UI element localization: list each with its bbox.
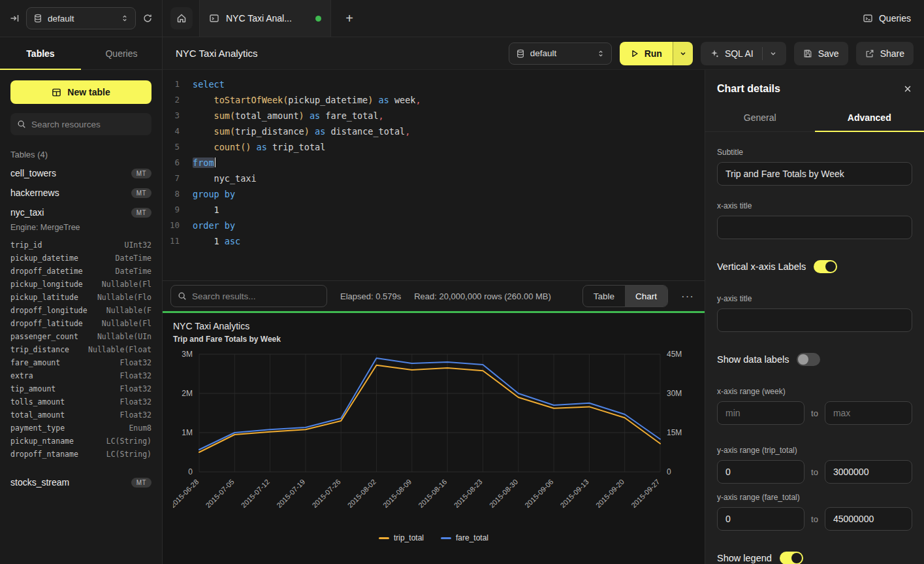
x-range-max-input[interactable] bbox=[825, 401, 912, 425]
chart-legend: trip_totalfare_total bbox=[173, 533, 694, 542]
collapse-sidebar-icon[interactable] bbox=[9, 13, 20, 24]
home-icon bbox=[176, 13, 187, 24]
query-workspace: 1select2 toStartOfWeek(pickup_datetime) … bbox=[163, 70, 705, 564]
close-icon[interactable] bbox=[903, 84, 912, 93]
y-range-trip-min-input[interactable] bbox=[717, 460, 805, 484]
column-row-pickup_ntaname: pickup_ntanameLC(String) bbox=[10, 435, 151, 448]
sparkle-icon bbox=[710, 49, 719, 58]
show-data-labels-row: Show data labels bbox=[717, 353, 912, 366]
y-range-trip-max-input[interactable] bbox=[825, 460, 912, 484]
new-tab-button[interactable]: + bbox=[338, 7, 361, 30]
sql-ai-dropdown-button[interactable] bbox=[762, 47, 777, 60]
y-axis-title-input[interactable] bbox=[717, 308, 912, 332]
x-range-min-input[interactable] bbox=[717, 401, 805, 425]
svg-text:0: 0 bbox=[667, 467, 671, 476]
x-axis-title-input[interactable] bbox=[717, 216, 912, 239]
range-to-label: to bbox=[811, 514, 818, 524]
tab-general[interactable]: General bbox=[705, 105, 815, 131]
x-axis-label: 2015-07-05 bbox=[204, 478, 235, 509]
code-line-10: 10order by bbox=[163, 218, 705, 233]
tables-section-label: Tables (4) bbox=[10, 150, 151, 159]
panel-header: Chart details bbox=[705, 70, 924, 105]
x-axis-label: 2015-08-30 bbox=[488, 478, 519, 509]
show-legend-label: Show legend bbox=[717, 553, 772, 563]
column-type: Enum8 bbox=[129, 422, 151, 435]
tab-advanced[interactable]: Advanced bbox=[815, 105, 924, 131]
search-icon bbox=[178, 291, 187, 301]
header-database-value: default bbox=[530, 48, 592, 58]
code-text: sum(trip_distance) as distance_total, bbox=[193, 124, 410, 139]
toggle-knob bbox=[825, 261, 836, 272]
show-data-labels-toggle[interactable] bbox=[797, 353, 820, 366]
share-button-label: Share bbox=[880, 48, 904, 59]
show-legend-toggle[interactable] bbox=[780, 552, 803, 564]
x-axis-label: 2015-09-06 bbox=[523, 478, 554, 509]
column-type: Float32 bbox=[120, 356, 151, 369]
run-dropdown-button[interactable] bbox=[673, 42, 693, 65]
tab-nyc-taxi-analytics[interactable]: NYC Taxi Anal... bbox=[199, 0, 331, 37]
column-name: passenger_count bbox=[10, 330, 78, 343]
vertical-x-labels-toggle[interactable] bbox=[814, 260, 837, 273]
results-toolbar: Elapsed: 0.579s Read: 20,000,000 rows (2… bbox=[163, 280, 705, 311]
column-name: dropoff_longitude bbox=[10, 304, 88, 317]
new-table-button[interactable]: New table bbox=[10, 80, 151, 104]
sql-ai-label: SQL AI bbox=[725, 48, 754, 59]
legend-item-fare_total[interactable]: fare_total bbox=[441, 533, 488, 542]
line-number: 11 bbox=[163, 233, 193, 249]
view-chart-button[interactable]: Chart bbox=[625, 286, 667, 307]
code-text: order by bbox=[193, 218, 235, 233]
code-line-11: 11 1 asc bbox=[163, 233, 705, 249]
results-search-input[interactable] bbox=[192, 291, 320, 301]
sql-editor[interactable]: 1select2 toStartOfWeek(pickup_datetime) … bbox=[163, 70, 705, 280]
tables-list: cell_towersMThackernewsMTnyc_taxiMTEngin… bbox=[0, 163, 162, 492]
view-table-button[interactable]: Table bbox=[583, 286, 625, 307]
subtitle-input[interactable] bbox=[717, 162, 912, 186]
legend-item-trip_total[interactable]: trip_total bbox=[379, 533, 424, 542]
results-search bbox=[170, 285, 327, 307]
refresh-icon[interactable] bbox=[142, 13, 153, 24]
sidebar-search-input[interactable] bbox=[31, 120, 145, 129]
share-button[interactable]: Share bbox=[856, 42, 914, 65]
chart-panel: NYC Taxi Analytics Trip and Fare Totals … bbox=[163, 313, 705, 564]
more-options-icon[interactable]: ··· bbox=[681, 291, 694, 302]
line-number: 2 bbox=[163, 92, 193, 108]
run-button[interactable]: Run bbox=[620, 42, 693, 65]
home-button[interactable] bbox=[170, 7, 193, 29]
code-text: sum(total_amount) as fare_total, bbox=[193, 108, 384, 124]
column-type: LC(String) bbox=[106, 435, 151, 448]
column-name: dropoff_ntaname bbox=[10, 448, 78, 461]
table-item-cell_towers[interactable]: cell_towersMT bbox=[0, 163, 162, 183]
table-item-nyc_taxi[interactable]: nyc_taxiMT bbox=[0, 203, 162, 222]
code-line-7: 7 nyc_taxi bbox=[163, 171, 705, 186]
code-text: count() as trip_total bbox=[193, 139, 325, 155]
header-database-selector[interactable]: default bbox=[509, 42, 612, 65]
column-row-trip_id: trip_idUInt32 bbox=[10, 239, 151, 252]
code-line-9: 9 1 bbox=[163, 202, 705, 218]
table-name: cell_towers bbox=[10, 168, 131, 178]
queries-button[interactable]: Queries bbox=[863, 13, 911, 24]
new-table-label: New table bbox=[67, 87, 110, 97]
column-row-extra: extraFloat32 bbox=[10, 369, 151, 382]
query-header: NYC Taxi Analytics default bbox=[163, 37, 924, 70]
column-row-pickup_latitude: pickup_latitudeNullable(Flo bbox=[10, 291, 151, 304]
save-button[interactable]: Save bbox=[794, 42, 848, 65]
sidebar-tab-tables[interactable]: Tables bbox=[0, 37, 81, 69]
table-item-hackernews[interactable]: hackernewsMT bbox=[0, 183, 162, 203]
sidebar-tab-queries[interactable]: Queries bbox=[81, 37, 162, 69]
series-line-fare_total bbox=[199, 358, 660, 450]
topbar-database-selector[interactable]: default bbox=[26, 7, 136, 29]
code-line-8: 8group by bbox=[163, 186, 705, 202]
column-type: Nullable(Float bbox=[88, 343, 151, 356]
table-item-stocks_stream[interactable]: stocks_streamMT bbox=[0, 473, 162, 492]
topbar-left: default bbox=[0, 0, 163, 37]
column-name: pickup_ntaname bbox=[10, 435, 74, 448]
column-type: Float32 bbox=[120, 382, 151, 395]
column-type: LC(String) bbox=[106, 448, 151, 461]
column-type: UInt32 bbox=[124, 239, 151, 252]
sql-ai-button[interactable]: SQL AI bbox=[701, 42, 786, 65]
code-text: 1 asc bbox=[193, 233, 240, 249]
code-line-3: 3 sum(total_amount) as fare_total, bbox=[163, 108, 705, 124]
y-range-fare-min-input[interactable] bbox=[717, 507, 805, 531]
legend-label: trip_total bbox=[394, 533, 424, 542]
y-range-fare-max-input[interactable] bbox=[825, 507, 912, 531]
